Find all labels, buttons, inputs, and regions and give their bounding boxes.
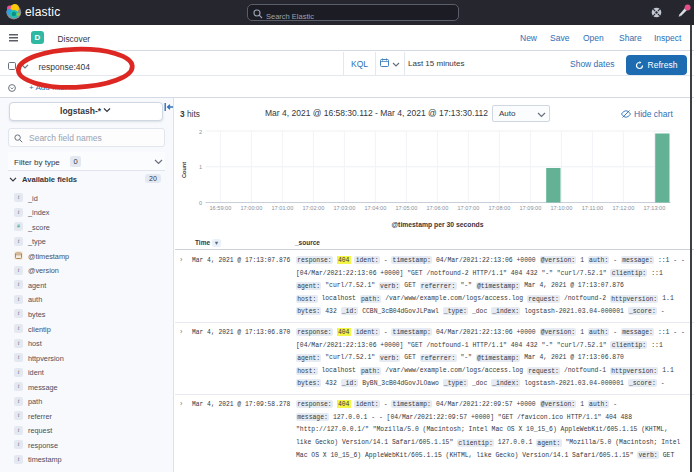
svg-text:17:12:00: 17:12:00 [613,205,635,211]
svg-text:17:08:00: 17:08:00 [489,205,511,211]
svg-text:2: 2 [199,129,202,135]
svg-text:@timestamp per 30 seconds: @timestamp per 30 seconds [391,221,483,229]
svg-text:17:09:00: 17:09:00 [520,205,542,211]
svg-text:17:06:00: 17:06:00 [427,205,449,211]
svg-text:17:13:00: 17:13:00 [644,205,666,211]
svg-text:17:03:00: 17:03:00 [334,205,356,211]
svg-text:17:02:00: 17:02:00 [303,205,325,211]
svg-text:17:07:00: 17:07:00 [458,205,480,211]
svg-text:17:11:00: 17:11:00 [582,205,603,211]
svg-text:16:59:00: 16:59:00 [210,205,232,211]
svg-text:17:04:00: 17:04:00 [365,205,387,211]
svg-text:17:10:00: 17:10:00 [551,205,573,211]
svg-text:17:05:00: 17:05:00 [396,205,418,211]
svg-text:0: 0 [199,200,202,206]
svg-text:17:01:00: 17:01:00 [272,205,294,211]
svg-text:1: 1 [199,164,202,170]
svg-text:17:00:00: 17:00:00 [241,205,263,211]
svg-text:Count: Count [181,162,187,178]
